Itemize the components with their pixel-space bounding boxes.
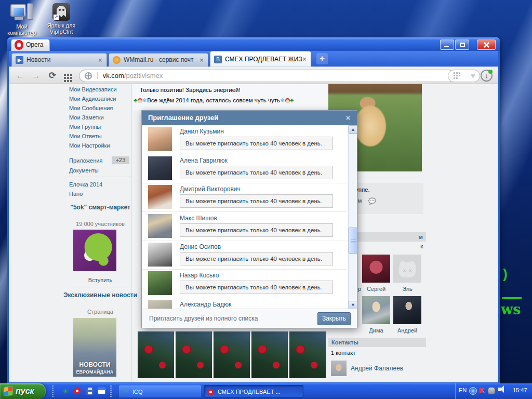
sidebar-item-groups[interactable]: Мои Группы — [69, 124, 101, 130]
friend-name-link[interactable]: Макс Шишов — [180, 215, 217, 222]
tab-close-icon[interactable]: × — [198, 57, 205, 64]
kaspersky-tray-icon[interactable]: K — [480, 387, 484, 394]
opera-menu-button[interactable]: Opera — [11, 39, 50, 51]
invite-full-list-link[interactable]: Пригласить друзей из полного списка — [149, 315, 258, 322]
post-photo[interactable] — [138, 331, 174, 378]
back-button[interactable]: ← — [14, 70, 26, 82]
tree-icon: ♣ — [134, 97, 138, 103]
friend-photo-dima[interactable] — [362, 296, 390, 324]
sidebar-item-videos[interactable]: Мои Видеозаписи — [69, 86, 117, 92]
download-button[interactable]: ↓ — [481, 70, 493, 82]
invite-limit-message: Вы можете пригласить только 40 человек в… — [180, 281, 333, 294]
friend-row: Данил Кузьмин Вы можете пригласить тольк… — [142, 125, 347, 154]
speed-dial-icon[interactable] — [64, 77, 66, 79]
ad1-title[interactable]: "5ok" смарт-маркет — [63, 204, 138, 220]
friend-name-link[interactable]: Денис Осипов — [180, 243, 221, 250]
friend-avatar[interactable] — [148, 243, 172, 267]
friend-name[interactable]: Андрей — [393, 327, 421, 334]
address-bar[interactable]: vk.com/pozitivismex — [79, 70, 455, 82]
scrollbar-thumb[interactable] — [349, 228, 357, 254]
page-viewport: Мои Видеозаписи Мои Аудиозаписи Мои Сооб… — [9, 84, 498, 382]
tab-novosti[interactable]: ▶ Новости × — [11, 53, 107, 66]
friend-name-link[interactable]: Александр Бадюк — [180, 301, 231, 308]
friend-avatar[interactable] — [148, 214, 172, 238]
sidebar-divider-line — [69, 153, 131, 153]
friend-name-link[interactable]: Алена Гаврилюк — [180, 157, 228, 164]
maximize-button[interactable] — [455, 39, 469, 50]
friend-name-link[interactable]: Дмитрий Викторович — [180, 185, 241, 193]
friend-photo-el[interactable]: ×× — [393, 255, 421, 283]
friend-photo-sergey[interactable] — [362, 255, 390, 283]
forward-button[interactable]: → — [30, 70, 42, 82]
volume-tray-icon[interactable] — [498, 385, 501, 391]
sidebar-item-messages[interactable]: Мои Сообщения — [69, 105, 113, 111]
sidebar-item-answers[interactable]: Мои Ответы — [69, 133, 102, 139]
tab-close-icon[interactable]: × — [301, 56, 308, 63]
reload-button[interactable]: ⟳ — [46, 70, 59, 82]
ad2-title[interactable]: Эксклюзивные новости — [63, 291, 138, 308]
friend-name-partial: р — [358, 286, 361, 292]
modal-close-button[interactable]: Закрыть — [317, 312, 351, 325]
heart-icon: ♥ — [471, 71, 475, 80]
post-photo[interactable] — [251, 331, 288, 378]
sidebar-item-settings[interactable]: Мои Настройки — [69, 142, 110, 149]
tab-smeh-active[interactable]: В СМЕХ ПРОДЛЕВАЕТ ЖИЗ × — [210, 51, 311, 66]
friend-avatar[interactable] — [148, 185, 172, 209]
sidebar-item-notes[interactable]: Мои Заметки — [69, 114, 104, 121]
friend-name[interactable]: Дима — [362, 327, 390, 334]
ad1-image[interactable] — [73, 230, 116, 271]
friend-name-link[interactable]: Данил Кузьмин — [180, 128, 224, 135]
tab-close-icon[interactable]: × — [97, 57, 104, 64]
post-photo[interactable] — [289, 331, 326, 378]
ad1-join-link[interactable]: Вступить — [63, 277, 138, 283]
sidebar-item-audios[interactable]: Мои Аудиозаписи — [69, 96, 116, 102]
floppy-quicklaunch-icon[interactable] — [86, 387, 95, 395]
invite-friends-modal: Приглашение друзей × Данил Кузьмин Вы мо… — [141, 110, 357, 328]
friend-name-link[interactable]: Назар Косько — [180, 272, 219, 279]
post-photo[interactable] — [214, 331, 250, 378]
post-line2: ♣❄Все ждём 2014 года, осталось совсем чу… — [134, 97, 294, 104]
close-button[interactable] — [477, 39, 496, 50]
modal-scrollbar[interactable]: ▲ ▼ — [348, 125, 357, 310]
icq-quicklaunch-icon[interactable]: ✳ — [61, 387, 70, 395]
friend-avatar[interactable] — [148, 271, 172, 295]
vipnet-tray-icon[interactable] — [488, 387, 495, 394]
scroll-up-button[interactable]: ▲ — [349, 125, 357, 134]
taskbar-button-smeh[interactable]: СМЕХ ПРОДЛЕВАЕТ ... — [204, 385, 303, 397]
post-photo[interactable] — [176, 331, 212, 378]
tab-wmmail[interactable]: WMmail.ru - сервис почт × — [109, 53, 208, 66]
mail-quicklaunch-icon[interactable] — [98, 387, 106, 395]
taskbar-clock[interactable]: 15:47 — [513, 387, 527, 393]
sidebar-item-elochka[interactable]: Ёлочка 2014 — [69, 181, 102, 188]
modal-close-icon[interactable]: × — [343, 113, 353, 123]
bookmark-box[interactable]: ♥ — [448, 70, 480, 82]
sidebar-item-apps[interactable]: Приложения — [69, 157, 102, 164]
friend-avatar[interactable] — [148, 156, 172, 180]
friend-photo-andrey[interactable] — [393, 296, 421, 324]
language-indicator[interactable]: EN — [459, 387, 467, 393]
start-button[interactable]: пуск — [0, 383, 46, 399]
monitor-base — [15, 17, 23, 20]
minimize-icon — [444, 46, 449, 47]
opera-quicklaunch-icon[interactable] — [74, 387, 82, 395]
window-titlebar[interactable]: Opera — [7, 37, 500, 51]
desktop-icon-my-computer[interactable]: Мой компьютер — [3, 3, 41, 36]
sidebar-item-nano[interactable]: Нано — [69, 191, 83, 197]
friend-row: Денис Осипов Вы можете пригласить только… — [142, 241, 347, 270]
minimize-button[interactable] — [440, 39, 454, 50]
taskbar-button-icq[interactable]: ✳ ICQ — [118, 385, 202, 397]
friend-avatar[interactable] — [148, 127, 172, 151]
hide-icons-button[interactable]: ‹ — [469, 387, 477, 395]
sidebar-divider — [131, 84, 132, 382]
friend-row: Александр Бадюк Вы можете пригласить тол… — [142, 298, 347, 310]
friend-name[interactable]: Эль — [393, 286, 421, 292]
contact-name-link[interactable]: Андрей Фалалеев — [351, 365, 403, 372]
contact-photo[interactable] — [331, 361, 347, 376]
sidebar-item-docs[interactable]: Документы — [69, 167, 99, 174]
ad2-image[interactable]: НОВОСТИ ЕВРОМАЙДАНА — [73, 318, 116, 377]
santa-icon — [285, 98, 290, 103]
new-tab-button[interactable]: + — [316, 53, 328, 64]
friend-name[interactable]: Сергей — [362, 286, 390, 292]
url-domain: vk.com — [103, 72, 124, 79]
desktop-icon-vipipclnt[interactable]: ↗ Ярлык для VipIpClnt — [43, 3, 80, 35]
